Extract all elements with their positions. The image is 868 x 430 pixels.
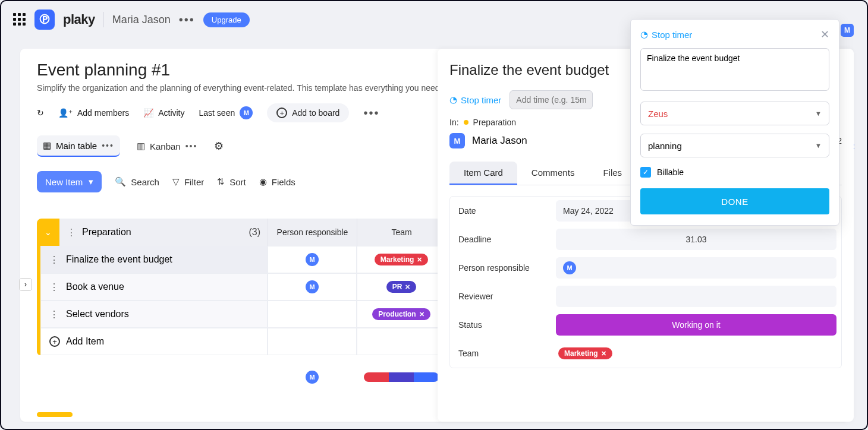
avatar: M xyxy=(449,133,465,148)
divider xyxy=(103,12,104,27)
group-collapse-toggle[interactable]: ⌄ xyxy=(37,219,59,246)
item-name[interactable]: Book a venue xyxy=(66,282,124,292)
column-person[interactable]: Person responsible xyxy=(268,219,357,246)
search-button[interactable]: 🔍Search xyxy=(115,176,159,187)
expand-sidebar-icon[interactable]: › xyxy=(19,278,32,291)
field-status-value[interactable]: Working on it xyxy=(556,314,836,336)
view-more-icon[interactable]: ••• xyxy=(102,141,114,150)
popup-tag-select[interactable]: planning▼ xyxy=(640,134,829,157)
fields-label: Fields xyxy=(272,177,295,187)
scroll-hint xyxy=(37,412,73,417)
view-main-table[interactable]: ▦Main table ••• xyxy=(37,135,120,157)
empty-cell xyxy=(268,328,357,355)
field-deadline-label: Deadline xyxy=(450,235,551,244)
team-tag[interactable]: Marketing✕ xyxy=(558,347,612,359)
remove-tag-icon[interactable]: ✕ xyxy=(601,350,606,358)
drag-icon[interactable]: ⋮ xyxy=(49,282,59,293)
popup-tag-value: planning xyxy=(648,141,682,151)
group-dot-icon xyxy=(464,120,468,125)
stop-timer-button[interactable]: ◔Stop timer xyxy=(449,94,501,105)
view-main-table-label: Main table xyxy=(56,141,97,151)
chevron-down-icon: ▼ xyxy=(815,110,822,117)
last-seen-label: Last seen xyxy=(199,108,235,118)
add-members-button[interactable]: 👤⁺Add members xyxy=(58,108,129,118)
in-label: In: xyxy=(449,118,459,127)
add-item-button[interactable]: +Add Item xyxy=(40,328,268,355)
filter-icon: ▽ xyxy=(172,176,180,187)
user-avatar[interactable]: M xyxy=(841,24,854,37)
kanban-more-icon[interactable]: ••• xyxy=(185,141,198,151)
add-to-board-button[interactable]: +Add to board xyxy=(267,103,349,122)
more-icon[interactable]: ••• xyxy=(179,13,195,27)
team-tag[interactable]: Production✕ xyxy=(372,308,430,320)
workspace-user[interactable]: Maria Jason xyxy=(112,14,171,26)
add-time-input[interactable] xyxy=(510,90,593,109)
last-seen-button[interactable]: Last seenM xyxy=(199,106,253,119)
settings-icon[interactable]: ⚙ xyxy=(214,140,224,153)
apps-grid-icon[interactable] xyxy=(13,13,26,26)
group-name[interactable]: Preparation xyxy=(82,227,131,238)
activity-button[interactable]: 📈Activity xyxy=(143,108,184,118)
chevron-down-icon: ▼ xyxy=(815,142,822,149)
field-team-value[interactable]: Marketing✕ xyxy=(556,343,836,364)
sort-label: Sort xyxy=(229,177,246,187)
filter-label: Filter xyxy=(184,177,204,187)
new-item-button[interactable]: New Item▾ xyxy=(37,171,102,192)
cell-person[interactable]: M xyxy=(268,273,357,301)
in-value[interactable]: Preparation xyxy=(473,118,516,127)
empty-cell xyxy=(357,328,446,355)
group-count: (3) xyxy=(249,227,260,238)
automations-icon[interactable]: ↻ xyxy=(37,108,44,118)
sort-button[interactable]: ⇅Sort xyxy=(217,176,246,187)
drag-icon[interactable]: ⋮ xyxy=(49,254,59,265)
popup-project-select[interactable]: Zeus▼ xyxy=(640,102,829,125)
done-button[interactable]: DONE xyxy=(640,188,829,214)
avatar: M xyxy=(306,371,319,384)
popup-close-icon[interactable]: ✕ xyxy=(820,28,829,41)
remove-tag-icon[interactable]: ✕ xyxy=(417,256,422,264)
upgrade-button[interactable]: Upgrade xyxy=(203,12,250,27)
field-reviewer-value[interactable] xyxy=(556,286,836,307)
team-tag[interactable]: PR✕ xyxy=(386,281,417,293)
cell-team[interactable]: PR✕ xyxy=(357,273,446,301)
item-name[interactable]: Select vendors xyxy=(66,309,129,320)
search-label: Search xyxy=(131,177,159,187)
eye-icon: ◉ xyxy=(259,176,267,187)
billable-checkbox[interactable]: ✓Billable xyxy=(640,167,829,178)
field-deadline-value[interactable]: 31.03 xyxy=(556,229,836,250)
filter-button[interactable]: ▽Filter xyxy=(172,176,204,187)
field-date-label: Date xyxy=(450,206,551,216)
fields-button[interactable]: ◉Fields xyxy=(259,176,295,187)
cell-team[interactable]: Production✕ xyxy=(357,301,446,328)
tab-files[interactable]: Files xyxy=(589,162,636,185)
timer-icon: ◔ xyxy=(640,29,648,40)
view-kanban-label: Kanban xyxy=(150,141,181,151)
drag-icon[interactable]: ⋮ xyxy=(49,309,59,320)
table-icon: ▦ xyxy=(43,140,51,151)
cell-person[interactable] xyxy=(268,301,357,328)
remove-tag-icon[interactable]: ✕ xyxy=(419,311,424,318)
popup-stop-timer-button[interactable]: ◔Stop timer xyxy=(640,29,692,40)
cell-team[interactable]: Marketing✕ xyxy=(357,246,446,273)
column-team[interactable]: Team xyxy=(357,219,446,246)
tab-comments[interactable]: Comments xyxy=(517,162,589,185)
view-kanban[interactable]: ▥Kanban ••• xyxy=(131,136,203,156)
timer-icon: ◔ xyxy=(449,94,457,105)
remove-tag-icon[interactable]: ✕ xyxy=(405,283,410,291)
field-reviewer-label: Reviewer xyxy=(450,292,551,301)
tab-item-card[interactable]: Item Card xyxy=(449,162,517,185)
plaky-logo-icon[interactable]: ℗ xyxy=(34,10,55,30)
team-tag[interactable]: Marketing✕ xyxy=(375,254,429,265)
summary-person: M xyxy=(268,363,357,391)
chevron-down-icon: ⌄ xyxy=(45,227,52,237)
board-more-icon[interactable]: ••• xyxy=(363,106,379,120)
add-members-label: Add members xyxy=(77,108,129,118)
drag-icon[interactable]: ⋮ xyxy=(67,227,76,238)
field-person-value[interactable]: M xyxy=(556,257,836,279)
kanban-icon: ▥ xyxy=(137,141,145,151)
item-name[interactable]: Finalize the event budget xyxy=(66,254,172,265)
field-team-label: Team xyxy=(450,349,551,358)
popup-description-input[interactable] xyxy=(640,48,829,91)
field-status-label: Status xyxy=(450,320,551,330)
cell-person[interactable]: M xyxy=(268,246,357,273)
